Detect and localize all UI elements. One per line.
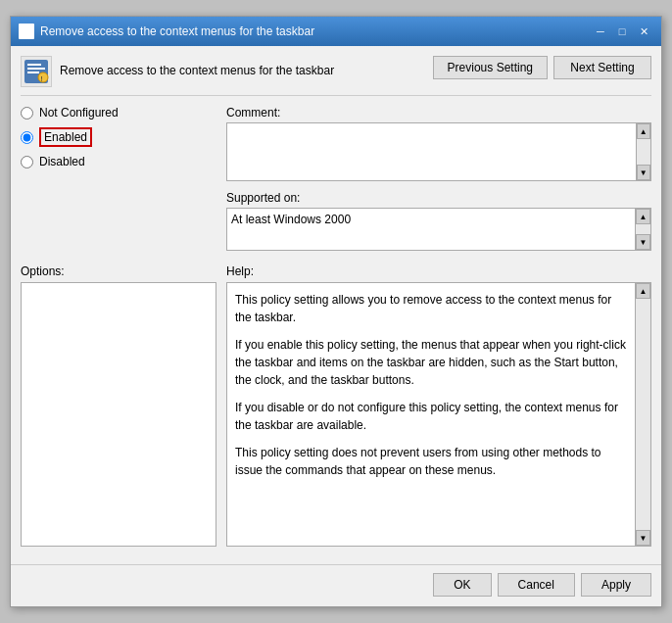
comment-box-wrapper: ▲ ▼ [226,122,651,181]
close-button[interactable]: ✕ [634,22,653,41]
not-configured-radio[interactable] [21,107,33,120]
help-paragraph: If you disable or do not configure this … [235,399,627,434]
help-title: Help: [226,264,651,278]
footer: OK Cancel Apply [11,564,661,606]
title-bar-left: ⊞ Remove access to the context menus for… [19,24,314,39]
not-configured-label: Not Configured [39,106,119,120]
radio-group: Not Configured Enabled Disabled [21,106,216,168]
comment-scrollbar: ▲ ▼ [637,122,651,181]
policy-svg-icon: ! [23,58,50,85]
enabled-radio[interactable] [21,131,33,144]
svg-point-4 [38,72,48,82]
supported-scroll-up[interactable]: ▲ [636,209,650,224]
right-panel: Comment: ▲ ▼ Supported on: [226,106,651,257]
comment-scroll-down[interactable]: ▼ [637,165,650,180]
help-paragraph: This policy setting does not prevent use… [235,444,627,479]
main-content: Not Configured Enabled Disabled Comm [21,106,651,257]
supported-label: Supported on: [226,191,651,205]
help-box-wrapper: This policy setting allows you to remove… [226,282,651,547]
disabled-radio[interactable] [21,156,33,168]
options-title: Options: [21,264,216,278]
enabled-option[interactable]: Enabled [21,127,216,147]
header-row: ! Remove access to the context menus for… [21,56,651,96]
comment-section: Comment: ▲ ▼ [226,106,651,181]
header-buttons: Previous Setting Next Setting [433,56,651,79]
svg-text:!: ! [41,74,43,83]
help-panel: Help: This policy setting allows you to … [226,264,651,547]
minimize-button[interactable]: ─ [591,22,610,41]
previous-setting-button[interactable]: Previous Setting [433,56,548,79]
window-body: ! Remove access to the context menus for… [11,46,661,556]
maximize-button[interactable]: □ [612,22,632,41]
header-left: ! Remove access to the context menus for… [21,56,334,87]
help-scroll-up[interactable]: ▲ [636,283,650,299]
supported-scroll-down[interactable]: ▼ [636,234,650,250]
help-scrollbar: ▲ ▼ [636,282,651,547]
cancel-button[interactable]: Cancel [498,573,575,597]
supported-box: At least Windows 2000 [226,208,636,251]
help-scroll-down[interactable]: ▼ [636,530,650,546]
supported-box-wrapper: At least Windows 2000 ▲ ▼ [226,208,651,251]
not-configured-option[interactable]: Not Configured [21,106,216,120]
options-panel: Options: [21,264,216,547]
left-panel: Not Configured Enabled Disabled [21,106,216,257]
header-title: Remove access to the context menus for t… [60,64,334,79]
ok-button[interactable]: OK [433,573,491,597]
supported-section: Supported on: At least Windows 2000 ▲ ▼ [226,191,651,251]
disabled-label: Disabled [39,155,85,168]
comment-textarea[interactable] [226,122,637,181]
comment-scroll-up[interactable]: ▲ [637,123,650,139]
main-window: ⊞ Remove access to the context menus for… [10,16,662,607]
next-setting-button[interactable]: Next Setting [553,56,651,79]
bottom-section: Options: Help: This policy setting allow… [21,264,651,547]
enabled-label: Enabled [39,127,92,147]
disabled-option[interactable]: Disabled [21,155,216,168]
help-box: This policy setting allows you to remove… [226,282,636,547]
options-box [21,282,216,547]
supported-scrollbar: ▲ ▼ [636,208,651,251]
supported-value: At least Windows 2000 [231,213,351,226]
help-paragraph: If you enable this policy setting, the m… [235,336,627,389]
policy-icon: ! [21,56,52,87]
svg-rect-3 [27,72,39,73]
comment-label: Comment: [226,106,651,120]
window-icon: ⊞ [19,24,34,39]
title-bar: ⊞ Remove access to the context menus for… [11,17,661,46]
title-bar-buttons: ─ □ ✕ [591,22,653,41]
svg-rect-2 [27,68,45,70]
svg-rect-1 [27,64,41,66]
help-paragraph: This policy setting allows you to remove… [235,291,627,326]
apply-button[interactable]: Apply [581,573,651,597]
window-title: Remove access to the context menus for t… [40,24,314,38]
